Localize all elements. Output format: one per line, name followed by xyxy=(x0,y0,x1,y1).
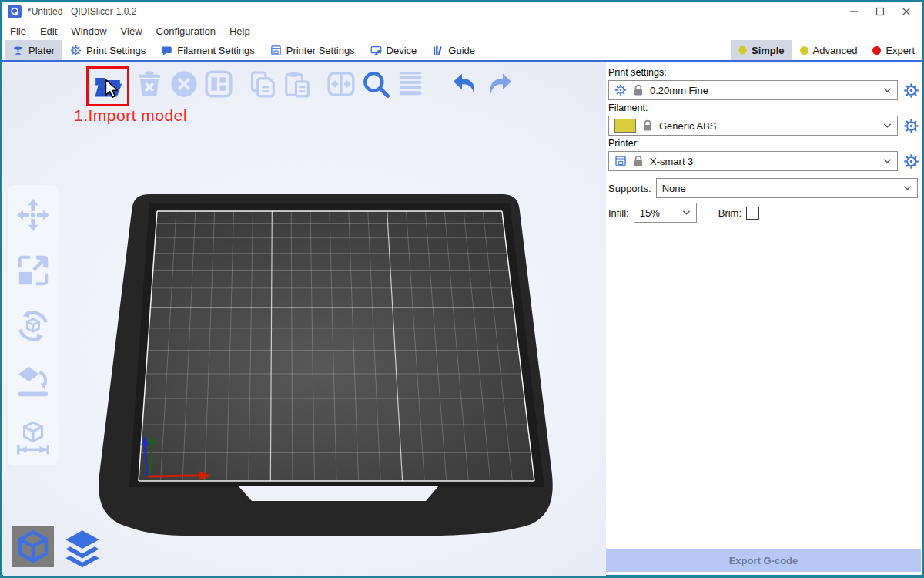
mode-switcher: Simple Advanced Expert xyxy=(731,40,922,60)
menu-configuration[interactable]: Configuration xyxy=(149,22,223,40)
app-logo-icon xyxy=(8,5,22,18)
print-settings-label: Print settings: xyxy=(608,67,919,78)
menu-file[interactable]: File xyxy=(3,22,33,40)
print-settings-select[interactable]: 0.20mm Fine xyxy=(608,80,898,100)
filament-select[interactable]: Generic ABS xyxy=(608,116,898,136)
object-manipulation-toolbar xyxy=(8,185,59,465)
tab-print-settings[interactable]: Print Settings xyxy=(62,40,153,60)
plater-toolbar xyxy=(86,66,520,106)
tab-label: Guide xyxy=(448,45,475,56)
printer-icon xyxy=(614,155,627,167)
plater-icon xyxy=(12,45,24,56)
edit-print-settings-button[interactable] xyxy=(903,82,919,99)
filament-color-swatch xyxy=(614,119,636,133)
supports-select[interactable]: None xyxy=(656,178,918,198)
tab-label: Print Settings xyxy=(86,45,146,56)
tab-label: Printer Settings xyxy=(286,45,355,56)
print-settings-value: 0.20mm Fine xyxy=(650,85,878,96)
mode-label: Advanced xyxy=(813,45,858,56)
advanced-mode-dot-icon xyxy=(800,46,808,55)
lock-icon xyxy=(632,155,644,167)
scale-icon[interactable] xyxy=(15,253,51,288)
3d-editor-view-icon[interactable] xyxy=(12,526,54,567)
redo-icon[interactable] xyxy=(485,69,514,99)
app-window: *Untitled - QIDISlicer-1.0.2 File Edit W… xyxy=(0,0,924,578)
filament-value: Generic ABS xyxy=(659,120,878,132)
undo-icon[interactable] xyxy=(450,69,480,99)
chevron-down-icon xyxy=(883,87,892,93)
tab-plater[interactable]: Plater xyxy=(5,40,62,60)
mode-label: Expert xyxy=(886,45,915,56)
simple-mode-dot-icon xyxy=(738,46,747,55)
chevron-down-icon xyxy=(682,210,691,216)
mouse-cursor-icon xyxy=(101,78,122,99)
menu-view[interactable]: View xyxy=(114,22,149,40)
tab-filament-settings[interactable]: Filament Settings xyxy=(153,40,262,60)
lock-icon xyxy=(632,84,644,96)
mode-advanced[interactable]: Advanced xyxy=(792,40,865,60)
export-gcode-button[interactable]: Export G-code xyxy=(606,549,921,572)
chevron-down-icon xyxy=(903,185,912,191)
brim-label: Brim: xyxy=(718,207,742,219)
tab-printer-settings[interactable]: Printer Settings xyxy=(263,40,363,60)
settings-sidebar: Print settings: 0.20mm Fine Filament: Ge… xyxy=(606,62,921,572)
search-icon[interactable] xyxy=(361,69,390,99)
printer-value: X-smart 3 xyxy=(650,156,878,167)
window-title: *Untitled - QIDISlicer-1.0.2 xyxy=(28,6,136,17)
delete-icon[interactable] xyxy=(135,69,164,99)
tab-guide[interactable]: Guide xyxy=(424,40,483,60)
lock-icon xyxy=(641,119,654,132)
view-toolbar xyxy=(12,526,105,570)
mode-label: Simple xyxy=(752,45,785,56)
supports-label: Supports: xyxy=(608,183,651,194)
minimize-button[interactable] xyxy=(841,2,867,22)
measure-icon[interactable] xyxy=(15,419,51,455)
print-bed xyxy=(3,62,606,576)
expert-mode-dot-icon xyxy=(872,46,881,55)
variable-layer-height-icon[interactable] xyxy=(396,69,425,99)
printer-label: Printer: xyxy=(608,138,919,149)
menu-window[interactable]: Window xyxy=(64,22,113,40)
tab-label: Device xyxy=(387,45,417,56)
edit-printer-button[interactable] xyxy=(903,153,919,170)
rotate-icon[interactable] xyxy=(15,308,51,344)
menu-help[interactable]: Help xyxy=(223,22,257,40)
gear-icon xyxy=(70,45,82,56)
edit-filament-button[interactable] xyxy=(903,118,919,134)
close-button[interactable] xyxy=(893,2,919,22)
paste-icon[interactable] xyxy=(283,69,312,99)
move-icon[interactable] xyxy=(15,197,51,233)
place-on-face-icon[interactable] xyxy=(15,364,51,399)
3d-viewport[interactable]: 1.Import model xyxy=(3,62,606,576)
brim-checkbox[interactable] xyxy=(746,207,759,220)
menu-edit[interactable]: Edit xyxy=(33,22,64,40)
import-annotation: 1.Import model xyxy=(74,106,187,125)
tab-label: Plater xyxy=(28,45,55,56)
mode-simple[interactable]: Simple xyxy=(731,40,792,60)
preview-icon[interactable] xyxy=(60,526,105,570)
guide-icon xyxy=(432,45,444,56)
filament-icon xyxy=(161,45,172,56)
title-bar: *Untitled - QIDISlicer-1.0.2 xyxy=(2,2,922,22)
maximize-button[interactable] xyxy=(867,2,893,22)
printer-icon xyxy=(270,45,282,56)
filament-label: Filament: xyxy=(608,102,919,113)
tab-bar: Plater Print Settings Filament Settings … xyxy=(2,40,922,62)
delete-all-icon[interactable] xyxy=(169,69,199,99)
split-icon[interactable] xyxy=(326,69,356,99)
tab-device[interactable]: Device xyxy=(363,40,425,60)
infill-select[interactable]: 15% xyxy=(634,203,697,223)
chevron-down-icon xyxy=(883,158,892,164)
infill-label: Infill: xyxy=(608,207,629,219)
gear-icon xyxy=(614,84,627,96)
arrange-icon[interactable] xyxy=(204,69,233,99)
printer-select[interactable]: X-smart 3 xyxy=(608,151,898,171)
tab-label: Filament Settings xyxy=(177,45,254,56)
mode-expert[interactable]: Expert xyxy=(865,40,922,60)
infill-value: 15% xyxy=(640,207,677,219)
copy-icon[interactable] xyxy=(248,69,277,99)
device-icon xyxy=(370,45,382,56)
menu-bar: File Edit Window View Configuration Help xyxy=(2,22,922,40)
chevron-down-icon xyxy=(883,123,892,129)
import-highlight-box xyxy=(86,66,129,106)
